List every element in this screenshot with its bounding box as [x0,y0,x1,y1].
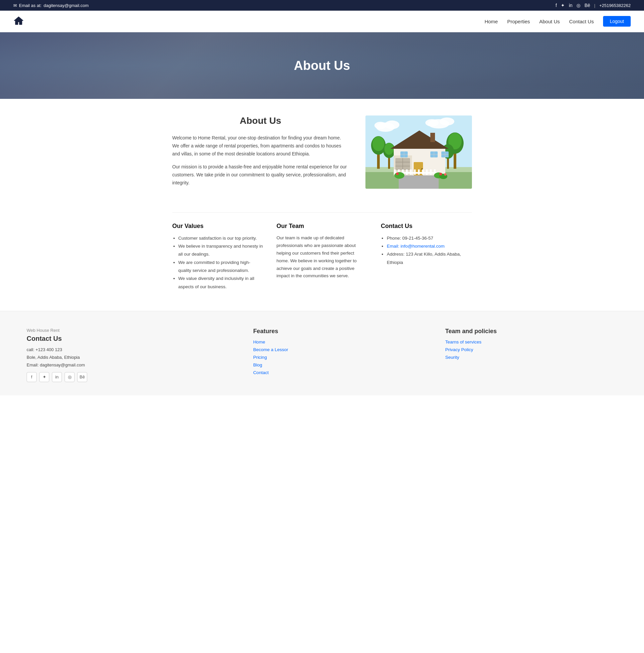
svg-point-52 [395,172,404,179]
footer-link-pricing[interactable]: Pricing [253,355,425,360]
svg-point-56 [439,173,442,175]
footer-link-home[interactable]: Home [253,339,425,344]
nav-properties[interactable]: Properties [507,19,530,24]
footer-policies-col: Team and policies Tearns of services Pri… [445,328,617,382]
facebook-top-icon[interactable]: f [555,3,557,8]
about-para1: Welcome to Home Rental, your one-stop de… [172,134,349,158]
nav-home[interactable]: Home [484,19,498,24]
svg-rect-50 [430,169,432,175]
footer-link-terms[interactable]: Tearns of services [445,339,617,344]
about-para2: Our mission is to provide a hassle-free … [172,163,349,187]
about-section: About Us Welcome to Home Rental, your on… [172,116,472,192]
top-bar-email-label: Email as at: [19,3,42,8]
hero-section: About Us [0,32,644,99]
team-heading: Our Team [277,223,367,229]
footer-link-security[interactable]: Seurity [445,355,617,360]
footer-behance-icon[interactable]: Bē [77,372,87,382]
contact-info-heading: Contact Us [381,223,472,229]
svg-point-6 [425,119,439,126]
top-bar-right: f ✦ in ◎ Bē | +251965382262 [555,3,631,8]
team-text: Our team is made up of dedicated profess… [277,234,367,280]
svg-rect-49 [426,169,428,175]
svg-point-57 [444,173,446,176]
logout-button[interactable]: Logout [603,16,631,27]
top-bar-phone: +251965382262 [599,3,631,8]
hero-title: About Us [294,58,350,73]
footer-instagram-icon[interactable]: ◎ [65,372,75,382]
footer-features-heading: Features [253,328,425,335]
top-bar-email-section: ✉ Email as at: dagitensay@gmail.com [13,3,89,8]
svg-rect-48 [422,169,424,175]
footer: Web House Rent Contact Us call: +123 400… [0,311,644,395]
footer-social-links: f ✦ in ◎ Bē [27,372,233,382]
footer-link-privacy[interactable]: Privacy Policy [445,347,617,352]
svg-rect-46 [414,169,416,175]
svg-point-3 [375,122,386,129]
footer-link-contact[interactable]: Contact [253,370,425,375]
footer-brand: Web House Rent [27,328,233,333]
footer-address: Bole, Addis Ababa, Ethiopia [27,355,233,360]
contact-email-link[interactable]: Email: info@homerental.com [387,244,445,249]
about-text: About Us Welcome to Home Rental, your on… [172,116,349,192]
values-item-3: We are committed to providing high-quali… [178,259,263,275]
navbar: Home Properties About Us Contact Us Logo… [0,11,644,32]
divider: | [594,3,595,8]
values-item-4: We value diversity and inclusivity in al… [178,274,263,291]
svg-rect-9 [399,175,439,189]
svg-point-2 [385,120,399,129]
dribbble-top-icon[interactable]: ✦ [561,3,565,8]
footer-dribbble-icon[interactable]: ✦ [39,372,49,382]
footer-link-blog[interactable]: Blog [253,362,425,367]
top-bar: ✉ Email as at: dagitensay@gmail.com f ✦ … [0,0,644,11]
footer-features-col: Features Home Become a Lessor Pricing Bl… [253,328,425,382]
nav-contact[interactable]: Contact Us [569,19,594,24]
footer-email: Email: dagitensay@gmail.com [27,362,233,367]
linkedin-top-icon[interactable]: in [569,3,572,8]
footer-contact-col: Web House Rent Contact Us call: +123 400… [27,328,233,382]
nav-logo [13,15,24,27]
contact-email: Email: info@homerental.com [387,242,472,250]
contact-info-section: Contact Us Phone: 09-21-45-36-57 Email: … [381,223,472,291]
team-section: Our Team Our team is made up of dedicate… [277,223,367,291]
svg-rect-44 [406,169,408,175]
svg-point-12 [373,137,384,151]
main-content: About Us Welcome to Home Rental, your on… [162,116,482,291]
house-illustration [365,116,472,189]
top-bar-email-value: dagitensay@gmail.com [44,3,89,8]
footer-contact-heading: Contact Us [27,335,233,342]
values-heading: Our Values [172,223,263,229]
footer-linkedin-icon[interactable]: in [52,372,62,382]
values-item-1: Customer satisfaction is our top priorit… [178,234,263,242]
values-list: Customer satisfaction is our top priorit… [172,234,263,291]
svg-rect-45 [410,169,412,175]
contact-info-list: Phone: 09-21-45-36-57 Email: info@homere… [381,234,472,267]
footer-policies-heading: Team and policies [445,328,617,335]
about-heading: About Us [172,116,349,126]
nav-about[interactable]: About Us [539,19,560,24]
instagram-top-icon[interactable]: ◎ [576,3,580,8]
behance-top-icon[interactable]: Bē [585,3,590,8]
svg-point-55 [396,172,399,175]
footer-link-lessor[interactable]: Become a Lessor [253,347,425,352]
svg-rect-47 [418,169,420,175]
contact-address: Address: 123 Arat Killo, Addis Ababa, Et… [387,250,472,267]
nav-links: Home Properties About Us Contact Us Logo… [484,16,631,27]
contact-phone: Phone: 09-21-45-36-57 [387,234,472,242]
info-sections: Our Values Customer satisfaction is our … [172,212,472,291]
values-item-2: We believe in transparency and honesty i… [178,242,263,259]
footer-facebook-icon[interactable]: f [27,372,37,382]
svg-rect-23 [430,133,435,142]
svg-point-5 [440,118,454,125]
values-section: Our Values Customer satisfaction is our … [172,223,263,291]
email-icon: ✉ [13,3,17,8]
footer-call: call: +123 400 123 [27,347,233,352]
